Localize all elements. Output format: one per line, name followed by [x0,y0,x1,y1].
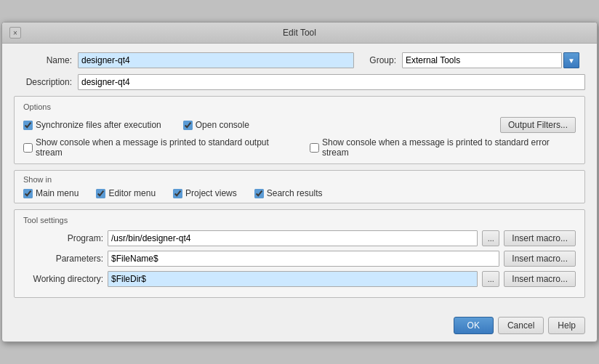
open-console-label: Open console [196,120,249,130]
options-row1: Synchronize files after execution Open c… [23,117,576,133]
help-button[interactable]: Help [548,317,585,334]
main-menu-checkbox[interactable] [23,189,33,198]
show-console-stdout-label: Show console when a message is printed t… [36,137,295,158]
search-results-checkbox-item: Search results [254,188,323,198]
group-input[interactable] [402,52,562,68]
program-row: Program: ... Insert macro... [23,230,576,246]
tool-settings-title: Tool settings [23,216,576,225]
project-views-checkbox-item: Project views [173,188,237,198]
parameters-input[interactable] [108,251,499,267]
name-label: Name: [14,55,72,65]
show-console-stdout-item: Show console when a message is printed t… [23,137,295,158]
description-input[interactable] [78,74,585,90]
options-title: Options [23,102,576,111]
search-results-checkbox[interactable] [254,189,264,198]
working-dir-ellipsis-button[interactable]: ... [482,271,499,287]
options-section: Options Synchronize files after executio… [14,96,585,164]
sync-files-checkbox[interactable] [23,121,33,130]
dialog-title: Edit Tool [21,28,578,38]
show-console-stderr-checkbox[interactable] [310,143,319,153]
editor-menu-checkbox-item: Editor menu [96,188,156,198]
parameters-label: Parameters: [23,254,103,264]
name-input[interactable] [78,52,354,68]
show-in-section: Show in Main menu Editor menu Project vi… [14,170,585,203]
working-dir-row: Working directory: ... Insert macro... [23,271,576,287]
parameters-row: Parameters: Insert macro... [23,251,576,267]
name-group-row: Name: Group: ▼ [14,52,585,68]
show-in-title: Show in [23,175,576,184]
tool-settings-section: Tool settings Program: ... Insert macro.… [14,209,585,298]
group-dropdown-button[interactable]: ▼ [563,52,579,68]
project-views-checkbox[interactable] [173,189,182,198]
options-row1-left: Synchronize files after execution Open c… [23,120,249,130]
sync-files-label: Synchronize files after execution [36,120,161,130]
edit-tool-dialog: × Edit Tool Name: Group: ▼ Description: … [1,22,598,342]
ok-button[interactable]: OK [454,317,494,334]
project-views-label: Project views [185,188,237,198]
dialog-body: Name: Group: ▼ Description: Options Sync… [2,44,597,314]
working-dir-label: Working directory: [23,274,103,284]
description-label: Description: [14,77,72,87]
program-insert-macro-button[interactable]: Insert macro... [504,230,576,246]
output-filters-button[interactable]: Output Filters... [500,117,576,133]
show-console-stderr-item: Show console when a message is printed t… [310,137,576,158]
program-input[interactable] [108,230,478,246]
description-row: Description: [14,74,585,90]
parameters-insert-macro-button[interactable]: Insert macro... [504,251,576,267]
show-console-stderr-label: Show console when a message is printed t… [322,137,576,158]
sync-files-checkbox-item: Synchronize files after execution [23,120,161,130]
title-bar: × Edit Tool [2,23,597,44]
console-options-row: Show console when a message is printed t… [23,137,576,158]
group-select-wrapper: ▼ [402,52,579,68]
dialog-footer: OK Cancel Help [2,314,597,341]
close-button[interactable]: × [9,27,21,39]
show-console-stdout-checkbox[interactable] [23,143,33,153]
program-label: Program: [23,233,103,243]
search-results-label: Search results [267,188,323,198]
show-in-checkboxes: Main menu Editor menu Project views Sear… [23,188,576,198]
working-dir-insert-macro-button[interactable]: Insert macro... [504,271,576,287]
program-ellipsis-button[interactable]: ... [482,230,499,246]
editor-menu-label: Editor menu [108,188,156,198]
editor-menu-checkbox[interactable] [96,189,105,198]
open-console-checkbox[interactable] [183,121,193,130]
group-label: Group: [360,55,396,65]
working-dir-input[interactable] [108,271,478,287]
open-console-checkbox-item: Open console [183,120,249,130]
main-menu-checkbox-item: Main menu [23,188,79,198]
cancel-button[interactable]: Cancel [498,317,544,334]
main-menu-label: Main menu [36,188,79,198]
